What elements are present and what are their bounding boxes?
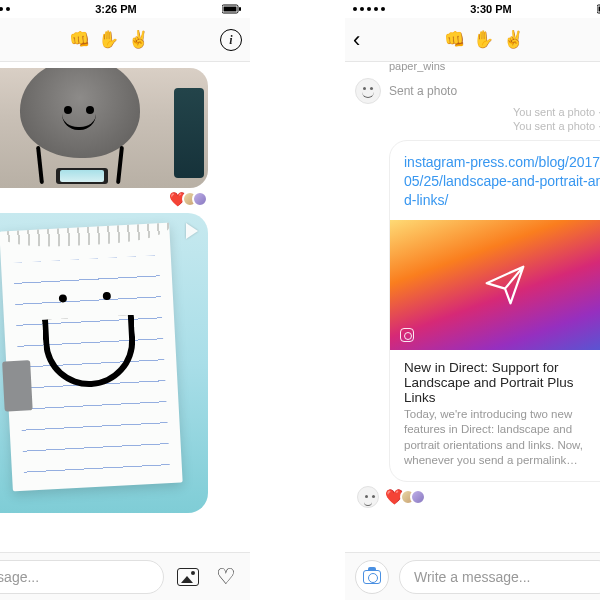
nav-bar: 👊 ✋ ✌️ i [0, 18, 250, 62]
sender-avatar[interactable] [355, 78, 381, 104]
camera-icon [363, 570, 381, 584]
chevron-left-icon: ‹ [353, 27, 360, 53]
sender-avatar-small[interactable] [357, 486, 379, 508]
gallery-icon [177, 568, 199, 586]
signal-indicator [0, 7, 10, 11]
paper-plane-icon [483, 263, 527, 307]
like-button[interactable]: ♡ [212, 563, 240, 591]
status-bar: 3:26 PM [0, 0, 250, 18]
message-reactions[interactable]: ❤️ [345, 482, 600, 508]
link-url[interactable]: instagram-press.com/blog/2017/05/25/land… [390, 141, 600, 220]
back-button[interactable]: ‹ [353, 18, 360, 62]
nav-bar: ‹ 👊 ✋ ✌️ [345, 18, 600, 62]
outgoing-meta: You sent a photo · Op [345, 118, 600, 132]
svg-rect-1 [223, 7, 236, 12]
sender-username[interactable]: paper_wins [345, 62, 600, 72]
phone-screen-left: 3:26 PM 👊 ✋ ✌️ i ❤️ [0, 0, 250, 600]
sent-photo-label: Sent a photo [389, 84, 457, 98]
message-reactions[interactable]: ❤️ [0, 188, 250, 209]
link-thumbnail [390, 220, 600, 350]
link-preview-card[interactable]: instagram-press.com/blog/2017/05/25/land… [389, 140, 600, 482]
message-input[interactable]: Write a message... [399, 560, 600, 594]
messages-scroll[interactable]: paper_wins Sent a photo You sent a photo… [345, 62, 600, 552]
gallery-button[interactable] [174, 563, 202, 591]
composer-bar: a message... ♡ [0, 552, 250, 600]
signal-indicator [353, 7, 385, 11]
status-time: 3:30 PM [470, 3, 512, 15]
received-video[interactable] [0, 213, 208, 513]
status-time: 3:26 PM [95, 3, 137, 15]
link-title: New in Direct: Support for Landscape and… [390, 350, 600, 407]
info-button[interactable]: i [220, 18, 242, 62]
svg-rect-2 [239, 7, 241, 11]
phone-screen-right: 3:30 PM ‹ 👊 ✋ ✌️ paper_wins Sent a photo… [345, 0, 600, 600]
outgoing-meta: You sent a photo · Op [345, 104, 600, 118]
camera-button[interactable] [355, 560, 389, 594]
battery-indicator [222, 4, 242, 14]
reaction-avatar [192, 191, 208, 207]
reaction-avatar [410, 489, 426, 505]
play-icon [186, 223, 198, 239]
message-input[interactable]: a message... [0, 560, 164, 594]
info-icon: i [220, 29, 242, 51]
link-description: Today, we're introducing two new feature… [390, 407, 600, 481]
composer-bar: Write a message... [345, 552, 600, 600]
instagram-glyph-icon [400, 328, 414, 342]
status-bar: 3:30 PM [345, 0, 600, 18]
received-photo-1[interactable] [0, 68, 208, 188]
conversation-title[interactable]: 👊 ✋ ✌️ [69, 29, 151, 50]
messages-scroll[interactable]: ❤️ [0, 62, 250, 552]
heart-outline-icon: ♡ [216, 566, 236, 588]
conversation-title[interactable]: 👊 ✋ ✌️ [444, 29, 526, 50]
